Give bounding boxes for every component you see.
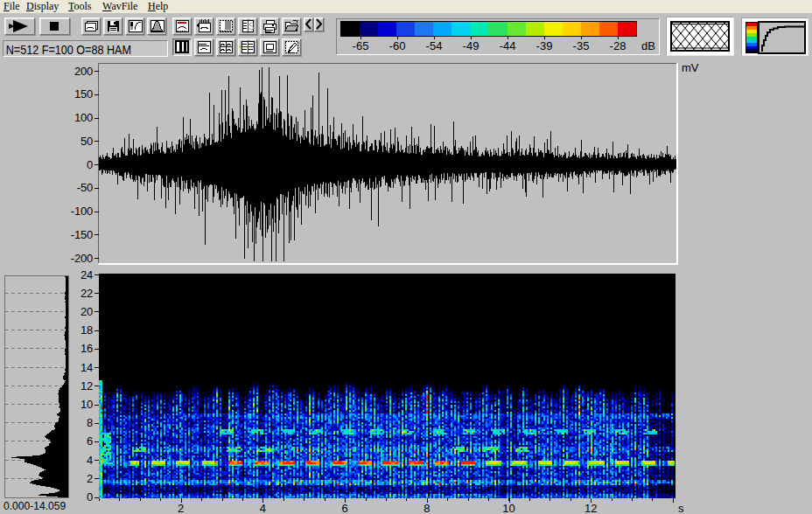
svg-text:S: S <box>248 22 255 31</box>
